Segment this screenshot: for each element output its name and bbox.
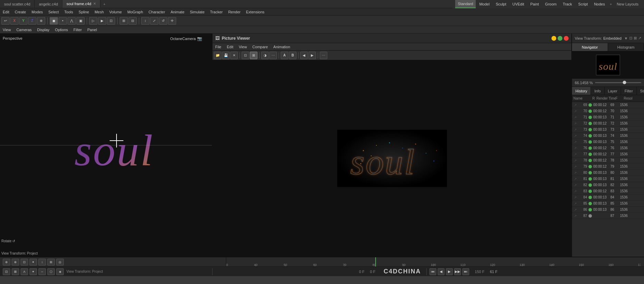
scale-tool-btn[interactable]: ⤢	[150, 17, 158, 25]
viewport-canvas[interactable]: Perspective OctaneCamera 📷 soul	[0, 34, 212, 257]
pv-prev-btn[interactable]: ◀	[300, 52, 308, 59]
select-points-btn[interactable]: •	[59, 17, 67, 25]
vt-dropdown-icon[interactable]: ▼	[624, 36, 628, 40]
history-row-83[interactable]: ↗ 83 00:00:12 83 1536	[572, 188, 644, 194]
history-row-70[interactable]: ↗ 70 00:00:12 70 1536	[572, 108, 644, 114]
menu-mograph[interactable]: MoGraph	[124, 8, 146, 15]
history-list[interactable]: ↗ 69 00:00:12 69 1536 ↗ 70 00:00:12 70 1…	[572, 102, 644, 257]
select-polys-btn[interactable]: ▣	[76, 17, 85, 25]
layout-add-icon[interactable]: +	[608, 2, 613, 6]
pv-curves-btn[interactable]: ⋯	[269, 52, 277, 59]
history-row-78[interactable]: ↗ 78 00:00:12 78 1536	[572, 157, 644, 164]
axis-x-button[interactable]: X	[10, 17, 19, 25]
history-row-75[interactable]: ↗ 75 00:00:13 75 1536	[572, 139, 644, 145]
history-row-69[interactable]: ↗ 69 00:00:12 69 1536	[572, 102, 644, 108]
bottom-mode-btn6[interactable]: ⬡	[47, 268, 55, 275]
layer-tab[interactable]: Layer	[605, 87, 621, 95]
history-row-74[interactable]: ↗ 74 00:00:13 74 1536	[572, 133, 644, 139]
bottom-mode-btn4[interactable]: ✦	[29, 268, 37, 275]
snap-btn[interactable]: ⊞	[120, 17, 128, 25]
go-start-btn[interactable]: ⏮	[429, 268, 436, 275]
bottom-btn-5[interactable]: ↕	[38, 259, 46, 266]
menu-character[interactable]: Character	[146, 8, 168, 15]
pv-menu-view[interactable]: View	[236, 43, 250, 50]
menu-tools[interactable]: Tools	[62, 8, 76, 15]
layout-uvedit[interactable]: UVEdit	[510, 0, 527, 8]
history-row-79[interactable]: ↗ 79 00:00:12 79 1536	[572, 164, 644, 170]
axis-z-button[interactable]: Z	[28, 17, 36, 25]
bottom-mode-btn7[interactable]: ◈	[56, 268, 64, 275]
timeline-ruler[interactable]: 30405060708090100110120130140150160170	[226, 257, 641, 267]
menu-create[interactable]: Create	[12, 8, 29, 15]
bottom-btn-1[interactable]: ⊕	[3, 259, 10, 266]
menu-tracker[interactable]: Tracker	[207, 8, 226, 15]
stereo-tab[interactable]: Stereo	[637, 87, 644, 95]
pv-close-btn[interactable]	[564, 36, 569, 41]
viewport-menu-filter[interactable]: Filter	[71, 26, 84, 33]
step-fwd-btn[interactable]: ▶▶	[454, 268, 461, 275]
zoom-slider[interactable]	[595, 82, 641, 83]
viewport-menu-options[interactable]: Options	[52, 26, 71, 33]
menu-animate[interactable]: Animate	[168, 8, 187, 15]
history-row-73[interactable]: ↗ 73 00:00:13 73 1536	[572, 127, 644, 133]
timeline-playhead[interactable]	[375, 257, 376, 267]
pv-menu-file[interactable]: File	[212, 43, 224, 50]
bottom-mode-btn3[interactable]: A	[21, 268, 28, 275]
history-row-76[interactable]: ↗ 76 00:00:12 76 1536	[572, 145, 644, 151]
bottom-btn-4[interactable]: ✦	[29, 259, 37, 266]
undo-button[interactable]: ↩	[1, 17, 10, 25]
render-to-picture-btn[interactable]: ⊡	[107, 17, 115, 25]
layout-paint[interactable]: Paint	[527, 0, 542, 8]
menu-mesh[interactable]: Mesh	[92, 8, 107, 15]
layout-track[interactable]: Track	[560, 0, 575, 8]
history-row-72[interactable]: ↗ 72 00:00:12 72 1536	[572, 120, 644, 127]
history-row-87[interactable]: ↗ 87 87 1536	[572, 213, 644, 219]
pv-display-btn[interactable]: ⊡	[242, 52, 249, 59]
zoom-thumb[interactable]	[623, 81, 626, 84]
pv-save-btn[interactable]: 💾	[222, 52, 230, 59]
new-layouts-button[interactable]: New Layouts	[614, 0, 641, 8]
tab-add-button[interactable]: +	[100, 1, 108, 7]
tab-angelic[interactable]: angelic.c4d	[35, 0, 62, 8]
tab-soul-scatter[interactable]: soul scatter.c4d	[0, 0, 35, 8]
pv-menu-compare[interactable]: Compare	[250, 43, 270, 50]
pv-canvas[interactable]: soul soul	[212, 60, 571, 257]
menu-modes[interactable]: Modes	[29, 8, 46, 15]
pv-maximize-btn[interactable]	[558, 36, 562, 41]
render-btn[interactable]: ▷	[89, 17, 97, 25]
render-region-btn[interactable]: ▶	[98, 17, 106, 25]
bottom-btn-3[interactable]: ⊡	[21, 259, 28, 266]
menu-render[interactable]: Render	[226, 8, 243, 15]
layout-standard[interactable]: Standard	[455, 0, 476, 8]
filter-tab[interactable]: Filter	[621, 87, 636, 95]
layout-script[interactable]: Script	[575, 0, 591, 8]
navigator-tab[interactable]: Navigator	[572, 43, 608, 51]
pv-b-btn[interactable]: B	[289, 52, 296, 59]
history-row-86[interactable]: ↗ 86 00:00:13 86 1536	[572, 207, 644, 213]
select-edges-btn[interactable]: ⋀	[68, 17, 76, 25]
layout-nodes[interactable]: Nodes	[591, 0, 608, 8]
info-tab[interactable]: Info	[591, 87, 604, 95]
layout-groom[interactable]: Groom	[542, 0, 559, 8]
history-row-85[interactable]: ↗ 85 00:00:13 85 1536	[572, 201, 644, 207]
history-row-82[interactable]: ↗ 82 00:00:13 82 1536	[572, 182, 644, 188]
vt-icon2[interactable]: ⊠	[634, 36, 637, 40]
viewport-menu-view[interactable]: View	[0, 26, 14, 33]
pv-minimize-btn[interactable]	[551, 36, 556, 41]
pv-close2-btn[interactable]: ✕	[230, 52, 238, 59]
viewport-menu-display[interactable]: Display	[34, 26, 52, 33]
history-tab[interactable]: History	[572, 87, 591, 95]
pv-next-btn[interactable]: ▶	[308, 52, 316, 59]
axis-y-button[interactable]: Y	[19, 17, 27, 25]
menu-spline[interactable]: Spline	[76, 8, 92, 15]
menu-edit[interactable]: Edit	[0, 8, 12, 15]
select-model-btn[interactable]: ◼	[50, 17, 58, 25]
bottom-mode-btn5[interactable]: ↔	[38, 268, 46, 275]
bottom-btn-7[interactable]: ◎	[56, 259, 64, 266]
play-btn[interactable]: ▶	[446, 268, 453, 275]
pv-brightness-btn[interactable]: ◑	[261, 52, 269, 59]
tab-close-icon[interactable]: ✕	[93, 2, 96, 5]
pv-menu-edit[interactable]: Edit	[224, 43, 236, 50]
pv-a-btn[interactable]: A	[281, 52, 288, 59]
rotate-tool-btn[interactable]: ↺	[159, 17, 167, 25]
